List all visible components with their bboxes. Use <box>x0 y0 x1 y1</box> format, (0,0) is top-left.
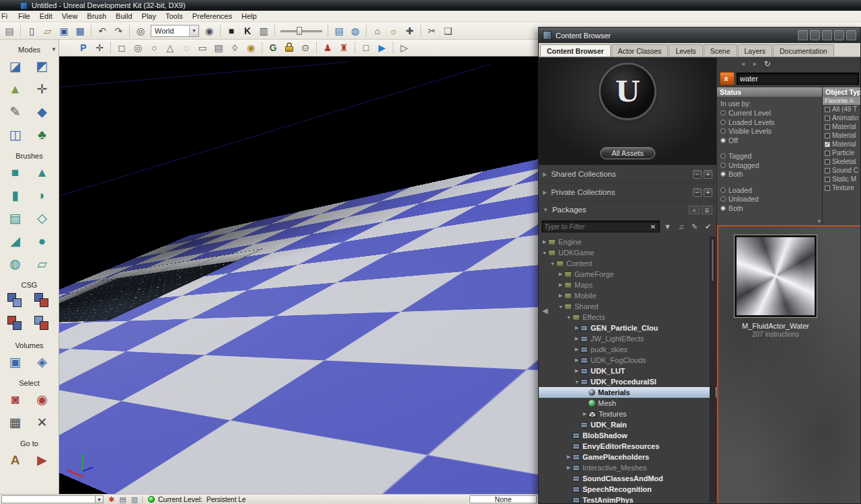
build-geometry-icon[interactable]: ⌂ <box>370 24 385 38</box>
geometry-torus-icon[interactable]: ◌ <box>179 41 194 54</box>
brush-cube-icon[interactable]: ■ <box>3 161 28 183</box>
tab-documentation[interactable]: Documentation <box>773 44 834 56</box>
tree-item-blobshadow[interactable]: BlobShadow <box>539 430 716 441</box>
select-invert-icon[interactable]: ▦ <box>3 411 28 433</box>
tab-actor-classes[interactable]: Actor Classes <box>611 44 669 56</box>
collapsed-arrow-icon[interactable]: ▶ <box>543 190 547 196</box>
radio-current-level[interactable]: Current Level <box>720 109 819 118</box>
collapse-filters-button[interactable]: « <box>720 72 735 85</box>
mode-terrain-icon[interactable]: ▲ <box>3 78 28 100</box>
goto-actor-icon[interactable]: A <box>3 449 28 471</box>
scrollbar-thumb[interactable] <box>711 239 714 282</box>
checkbox-icon[interactable] <box>825 159 830 165</box>
tree-item-materials[interactable]: Materials <box>539 387 716 398</box>
radio-button-icon[interactable] <box>720 163 726 168</box>
radio-both[interactable]: Both <box>720 170 819 179</box>
checkbox-icon[interactable] <box>825 124 830 130</box>
expander-expanded-icon[interactable]: ▼ <box>541 251 548 255</box>
filter-funnel-icon[interactable]: ▼ <box>662 221 673 233</box>
mode-camera-icon[interactable]: ◪ <box>3 55 28 77</box>
menu-item-preferences[interactable]: Preferences <box>188 11 237 21</box>
coin-stack-icon[interactable]: ◉ <box>244 41 258 54</box>
brush-wireframe-icon[interactable]: □ <box>359 41 373 54</box>
lock-selection-icon[interactable] <box>282 41 297 54</box>
expander-collapsed-icon[interactable]: ▶ <box>565 465 572 470</box>
replace-actor-icon[interactable]: ♜ <box>336 41 351 54</box>
content-browser-titlebar[interactable]: Content Browser <box>539 28 860 43</box>
tree-item-shared[interactable]: ▼Shared <box>539 301 716 312</box>
expander-expanded-icon[interactable]: ▼ <box>565 315 572 320</box>
checkbox-icon[interactable] <box>825 168 830 173</box>
autosave-icon[interactable]: ✱ <box>108 496 114 503</box>
menu-item-help[interactable]: Help <box>237 11 262 21</box>
checkbox-icon[interactable] <box>825 116 830 121</box>
all-assets-button[interactable]: All Assets <box>600 147 655 159</box>
radio-off[interactable]: Off <box>720 136 819 145</box>
collection-shared-collections[interactable]: ▶Shared Collections−+ <box>539 165 716 183</box>
menu-item-tools[interactable]: Tools <box>161 11 188 21</box>
doc2-icon[interactable]: ▥ <box>131 496 138 503</box>
expander-collapsed-icon[interactable]: ▶ <box>581 411 589 417</box>
expander-collapsed-icon[interactable]: ▶ <box>565 454 572 460</box>
remove-collection-button[interactable]: − <box>693 170 702 179</box>
radio-tagged[interactable]: Tagged <box>720 152 819 161</box>
brush-linear-stair-icon[interactable]: ▤ <box>3 207 28 229</box>
mode-brush-clip-icon[interactable]: ✎ <box>3 101 28 123</box>
tree-item-jw-lighteffects[interactable]: ▶JW_LightEffects <box>539 333 716 344</box>
csg-add-button[interactable] <box>3 290 28 312</box>
objtype-static-m[interactable]: Static M <box>823 175 860 183</box>
brush-cylinder-icon[interactable]: ▮ <box>3 184 28 206</box>
csg-intersect-button[interactable] <box>3 313 28 335</box>
menu-item-file[interactable]: File <box>13 11 35 21</box>
brush-curved-sheet-icon[interactable]: ◗ <box>30 184 55 206</box>
mode-static-mesh-icon[interactable]: ◫ <box>3 124 28 146</box>
package-filter-input[interactable] <box>544 222 649 230</box>
chevron-down-icon[interactable]: ▼ <box>51 46 57 52</box>
tree-item-pudk-skies[interactable]: ▶pudk_skies <box>539 344 716 355</box>
tree-item-soundclassesandmod[interactable]: SoundClassesAndMod <box>539 473 716 484</box>
objtype-all-49-t[interactable]: All (49 T <box>823 105 860 114</box>
tree-item-gen-particle-clou[interactable]: ▶GEN_Particle_Clou <box>539 323 716 333</box>
redo-icon[interactable]: ↷ <box>111 24 126 38</box>
save-all-icon[interactable]: ▦ <box>73 24 87 38</box>
expander-collapsed-icon[interactable]: ▶ <box>557 282 564 288</box>
csg-deintersect-button[interactable] <box>30 313 55 335</box>
mode-translate-icon[interactable]: ✛ <box>30 78 55 100</box>
geometry-stairs-icon[interactable]: ▤ <box>211 41 226 54</box>
mode-geometry-icon[interactable]: ◩ <box>30 55 55 77</box>
expander-collapsed-icon[interactable]: ▶ <box>573 336 581 341</box>
radio-visible-levels[interactable]: Visible Levels <box>720 127 819 136</box>
search-binoculars-icon[interactable]: ◉ <box>202 24 217 38</box>
cut-icon[interactable]: ✂ <box>424 24 439 38</box>
expander-expanded-icon[interactable]: ▼ <box>573 380 581 384</box>
tree-item-interactive-meshes[interactable]: ▶Interactive_Meshes <box>539 462 716 473</box>
expander-collapsed-icon[interactable]: ▶ <box>541 239 548 245</box>
objtype-material[interactable]: Material <box>823 131 860 140</box>
slider-thumb[interactable] <box>297 27 302 35</box>
goto-builder-brush-icon[interactable]: ▶ <box>30 449 55 471</box>
remove-collection-button[interactable]: − <box>693 188 702 197</box>
tab-layers[interactable]: Layers <box>738 44 773 56</box>
splitter-collapse-icon[interactable]: ◀ <box>542 306 548 315</box>
radio-loaded-levels[interactable]: Loaded Levels <box>720 118 819 127</box>
radio-untagged[interactable]: Untagged <box>720 161 819 170</box>
camera-speed-slider[interactable] <box>280 26 322 36</box>
add-actor-icon[interactable]: ♟ <box>320 41 335 54</box>
geometry-cube-icon[interactable]: ◻ <box>114 41 129 54</box>
add-collection-button[interactable]: + <box>704 170 712 179</box>
tree-item-gameplaceholders[interactable]: ▶GamePlaceholders <box>539 452 716 462</box>
world-dropdown[interactable]: World▼ <box>151 25 199 37</box>
radio-button-icon[interactable] <box>720 153 726 159</box>
list-view-icon[interactable]: ≡ <box>689 206 700 214</box>
checkout-icon[interactable]: ✔ <box>702 221 714 233</box>
tree-item-udk-fogclouds[interactable]: ▶UDK_FogClouds <box>539 355 716 366</box>
expander-collapsed-icon[interactable]: ▶ <box>557 293 564 298</box>
expander-collapsed-icon[interactable]: ▶ <box>557 271 564 277</box>
play-on-device-icon[interactable]: ▷ <box>397 41 412 54</box>
kismet-icon[interactable]: K <box>240 24 255 38</box>
expander-expanded-icon[interactable]: ▼ <box>549 261 556 266</box>
tree-item-maps[interactable]: ▶Maps <box>539 280 716 290</box>
menu-item-build[interactable]: Build <box>111 11 137 21</box>
radio-button-icon[interactable] <box>720 187 726 193</box>
history-forward-icon[interactable]: ► <box>752 60 758 67</box>
